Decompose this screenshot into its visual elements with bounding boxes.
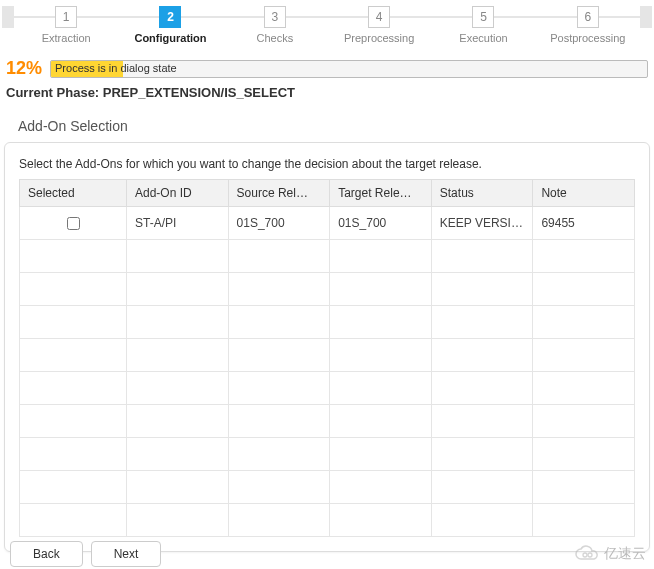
- cell-empty: [431, 240, 533, 273]
- table-row[interactable]: [20, 504, 635, 537]
- stepper-right-edge: [640, 6, 652, 28]
- table-row[interactable]: [20, 306, 635, 339]
- cell-note: 69455: [533, 207, 635, 240]
- cell-empty: [533, 504, 635, 537]
- cell-empty: [228, 372, 330, 405]
- table-row[interactable]: ST-A/PI01S_70001S_700KEEP VERSI…69455: [20, 207, 635, 240]
- cell-empty: [127, 504, 229, 537]
- step-configuration[interactable]: 2Configuration: [118, 6, 222, 44]
- phase-value: PREP_EXTENSION/IS_SELECT: [103, 85, 295, 100]
- cell-empty: [127, 438, 229, 471]
- status-row: 12% Process is in dialog state: [0, 48, 654, 81]
- cell-empty: [20, 339, 127, 372]
- cell-source: 01S_700: [228, 207, 330, 240]
- cell-empty: [533, 306, 635, 339]
- step-number: 6: [577, 6, 599, 28]
- cell-empty: [431, 504, 533, 537]
- step-execution[interactable]: 5Execution: [431, 6, 535, 44]
- cell-empty: [20, 405, 127, 438]
- cell-empty: [228, 504, 330, 537]
- table-row[interactable]: [20, 372, 635, 405]
- back-button[interactable]: Back: [10, 541, 83, 567]
- step-label: Preprocessing: [327, 32, 431, 44]
- watermark: 亿速云: [574, 545, 646, 563]
- cell-empty: [330, 471, 432, 504]
- cell-empty: [431, 471, 533, 504]
- step-checks[interactable]: 3Checks: [223, 6, 327, 44]
- cell-empty: [330, 405, 432, 438]
- table-row[interactable]: [20, 471, 635, 504]
- col-target-release[interactable]: Target Rele…: [330, 180, 432, 207]
- cell-empty: [127, 405, 229, 438]
- progress-bar: Process is in dialog state: [50, 60, 648, 78]
- cell-empty: [533, 405, 635, 438]
- svg-point-1: [588, 553, 592, 557]
- addon-table: Selected Add-On ID Source Rel… Target Re…: [19, 179, 635, 537]
- cell-empty: [127, 240, 229, 273]
- cell-empty: [533, 372, 635, 405]
- cell-empty: [127, 273, 229, 306]
- table-row[interactable]: [20, 339, 635, 372]
- table-row[interactable]: [20, 240, 635, 273]
- cell-empty: [20, 240, 127, 273]
- frame-message: Select the Add-Ons for which you want to…: [19, 157, 635, 171]
- next-button[interactable]: Next: [91, 541, 162, 567]
- cell-empty: [330, 438, 432, 471]
- cell-empty: [127, 471, 229, 504]
- progress-status-text: Process is in dialog state: [55, 62, 177, 74]
- button-row: Back Next: [10, 541, 161, 567]
- step-number: 3: [264, 6, 286, 28]
- table-row[interactable]: [20, 405, 635, 438]
- step-label: Extraction: [14, 32, 118, 44]
- section-title: Add-On Selection: [0, 108, 654, 142]
- cell-empty: [533, 471, 635, 504]
- svg-point-0: [583, 553, 587, 557]
- cell-empty: [431, 273, 533, 306]
- cell-status: KEEP VERSI…: [431, 207, 533, 240]
- cell-empty: [20, 273, 127, 306]
- cell-empty: [330, 339, 432, 372]
- cell-empty: [20, 438, 127, 471]
- table-row[interactable]: [20, 438, 635, 471]
- col-note[interactable]: Note: [533, 180, 635, 207]
- cell-empty: [431, 405, 533, 438]
- step-label: Configuration: [118, 32, 222, 44]
- cell-empty: [228, 471, 330, 504]
- cell-empty: [228, 438, 330, 471]
- cell-selected[interactable]: [20, 207, 127, 240]
- cell-empty: [330, 306, 432, 339]
- cell-empty: [330, 240, 432, 273]
- cell-empty: [533, 273, 635, 306]
- cell-empty: [127, 372, 229, 405]
- cell-empty: [20, 306, 127, 339]
- col-source-release[interactable]: Source Rel…: [228, 180, 330, 207]
- step-label: Execution: [431, 32, 535, 44]
- cell-empty: [330, 273, 432, 306]
- step-label: Checks: [223, 32, 327, 44]
- step-label: Postprocessing: [536, 32, 640, 44]
- col-addon-id[interactable]: Add-On ID: [127, 180, 229, 207]
- table-row[interactable]: [20, 273, 635, 306]
- cell-empty: [330, 504, 432, 537]
- table-header-row: Selected Add-On ID Source Rel… Target Re…: [20, 180, 635, 207]
- cell-empty: [228, 339, 330, 372]
- cell-empty: [431, 372, 533, 405]
- step-postprocessing[interactable]: 6Postprocessing: [536, 6, 640, 44]
- cell-empty: [20, 504, 127, 537]
- wizard-stepper: 1Extraction2Configuration3Checks4Preproc…: [0, 0, 654, 48]
- cell-empty: [431, 339, 533, 372]
- col-selected[interactable]: Selected: [20, 180, 127, 207]
- cell-empty: [431, 438, 533, 471]
- addon-selection-frame: Select the Add-Ons for which you want to…: [4, 142, 650, 552]
- cell-empty: [533, 339, 635, 372]
- col-status[interactable]: Status: [431, 180, 533, 207]
- cell-empty: [228, 306, 330, 339]
- step-extraction[interactable]: 1Extraction: [14, 6, 118, 44]
- current-phase: Current Phase: PREP_EXTENSION/IS_SELECT: [0, 81, 654, 108]
- cell-addon-id: ST-A/PI: [127, 207, 229, 240]
- row-checkbox[interactable]: [67, 217, 80, 230]
- step-preprocessing[interactable]: 4Preprocessing: [327, 6, 431, 44]
- cell-empty: [228, 240, 330, 273]
- watermark-text: 亿速云: [604, 545, 646, 563]
- cell-empty: [330, 372, 432, 405]
